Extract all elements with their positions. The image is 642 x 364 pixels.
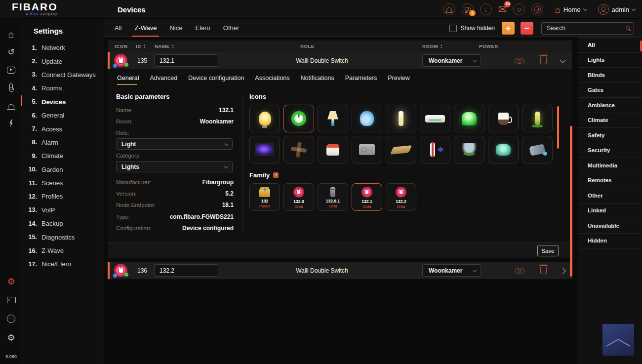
category-filter-item[interactable]: Gates bbox=[578, 83, 642, 98]
family-device-card[interactable]: 132.0 Child bbox=[283, 183, 314, 211]
delete-icon[interactable] bbox=[540, 267, 547, 274]
detail-tab[interactable]: Device configuration bbox=[188, 69, 244, 87]
toaster-icon[interactable] bbox=[318, 136, 348, 163]
settings-menu-item[interactable]: 4. Rooms bbox=[22, 81, 104, 95]
settings-menu-item[interactable]: 1. Network bbox=[22, 41, 104, 54]
users-icon[interactable]: 1 bbox=[462, 3, 474, 15]
energy-icon[interactable] bbox=[6, 119, 16, 128]
settings-menu-item[interactable]: 12. Profiles bbox=[22, 190, 104, 203]
settings-gear-icon[interactable]: ⚙ bbox=[6, 277, 16, 286]
robot-icon[interactable] bbox=[488, 136, 519, 163]
settings-menu-item[interactable]: 11. Scenes bbox=[22, 176, 104, 190]
device-tab[interactable]: Z-Wave bbox=[134, 19, 157, 37]
radio-icon[interactable] bbox=[352, 136, 382, 163]
help-icon[interactable]: ? bbox=[273, 172, 279, 178]
category-filter-item[interactable]: Remotes bbox=[578, 173, 642, 189]
coffee-maker-icon[interactable] bbox=[488, 105, 519, 132]
terminal-icon[interactable] bbox=[6, 295, 16, 305]
expand-row-icon[interactable] bbox=[560, 268, 566, 274]
detail-tab[interactable]: Associations bbox=[255, 69, 289, 87]
category-select[interactable]: Lights bbox=[116, 161, 233, 172]
media-icon[interactable] bbox=[6, 65, 16, 75]
category-filter-item[interactable]: Security bbox=[578, 143, 642, 159]
column-header-room[interactable]: ROOM bbox=[422, 40, 443, 52]
home-icon[interactable]: ⌂ bbox=[6, 30, 16, 39]
category-filter-item[interactable]: Other bbox=[578, 188, 642, 203]
family-device-card[interactable]: 132.1 Child bbox=[352, 183, 382, 211]
device-name-input[interactable] bbox=[154, 54, 218, 67]
category-filter-item[interactable]: Unavailable bbox=[578, 218, 642, 234]
family-device-card[interactable]: 132.0.1 Child bbox=[318, 183, 348, 211]
home-selector[interactable]: ⌂ Home bbox=[555, 5, 586, 14]
scroll-to-top-tile[interactable] bbox=[602, 324, 634, 356]
history-icon[interactable]: ↺ bbox=[6, 47, 16, 57]
tv-icon[interactable] bbox=[249, 136, 280, 163]
save-button[interactable]: Save bbox=[537, 245, 559, 256]
category-filter-item[interactable]: Linked bbox=[578, 203, 642, 219]
sidebar-scrollbar[interactable] bbox=[640, 40, 642, 51]
siren-icon[interactable] bbox=[454, 105, 484, 132]
settings-menu-item[interactable]: 13. VoIP bbox=[22, 203, 104, 217]
column-header-id[interactable]: ID bbox=[136, 40, 146, 52]
remove-device-button[interactable]: − bbox=[521, 22, 533, 35]
network-icon[interactable] bbox=[6, 314, 16, 324]
role-select[interactable]: Light bbox=[116, 138, 233, 150]
settings-menu-item[interactable]: 2. Update bbox=[22, 54, 104, 68]
user-menu[interactable]: admin bbox=[598, 4, 635, 15]
room-select[interactable]: Woonkamer bbox=[422, 54, 481, 67]
category-filter-item[interactable]: Multimedia bbox=[578, 158, 642, 173]
gauge-icon[interactable] bbox=[531, 3, 543, 15]
detail-tab[interactable]: Parameters bbox=[345, 69, 377, 87]
air-conditioner-icon[interactable] bbox=[420, 105, 450, 132]
wall-sconce-icon[interactable] bbox=[386, 105, 416, 132]
download-icon[interactable]: ↓ bbox=[480, 3, 492, 15]
settings-menu-item[interactable]: 15. Diagnostics bbox=[22, 230, 104, 243]
garden-lamp-icon[interactable] bbox=[522, 105, 553, 132]
alarm-siren-icon[interactable] bbox=[6, 101, 16, 110]
smiley-icon[interactable]: ☺ bbox=[513, 3, 525, 15]
settings-menu-item[interactable]: 6. General bbox=[22, 109, 104, 122]
settings-menu-item[interactable]: 5. Devices bbox=[22, 95, 104, 109]
alarm-bell-icon[interactable] bbox=[443, 3, 455, 15]
delete-icon[interactable] bbox=[540, 57, 547, 64]
device-tab[interactable]: Nice bbox=[169, 19, 182, 37]
collapse-row-icon[interactable] bbox=[560, 57, 566, 63]
device-name-input[interactable] bbox=[154, 264, 218, 277]
table-scrollbar[interactable] bbox=[570, 126, 572, 277]
detail-tab[interactable]: Notifications bbox=[301, 69, 334, 87]
settings-menu-item[interactable]: 10. Garden bbox=[22, 163, 104, 176]
messages-icon[interactable]: ✉ 54 bbox=[498, 4, 507, 14]
category-filter-item[interactable]: All bbox=[578, 38, 642, 53]
integrations-gear-icon[interactable]: ⚙ bbox=[6, 333, 16, 342]
device-row-136[interactable]: 136 Walli Double Switch Woonkamer bbox=[108, 262, 572, 279]
visibility-icon[interactable] bbox=[515, 58, 524, 64]
settings-menu-item[interactable]: 17. Nice/Elero bbox=[22, 257, 104, 271]
device-row-135[interactable]: 135 Walli Double Switch Woonkamer bbox=[108, 52, 572, 69]
category-filter-item[interactable]: Safety bbox=[578, 128, 642, 143]
category-filter-item[interactable]: Hidden bbox=[578, 234, 642, 249]
power-button-icon[interactable] bbox=[283, 105, 314, 132]
thermostat-icon[interactable] bbox=[420, 136, 450, 163]
sprinkler-icon[interactable] bbox=[454, 136, 484, 163]
settings-menu-item[interactable]: 7. Access bbox=[22, 122, 104, 135]
category-filter-item[interactable]: Blinds bbox=[578, 68, 642, 83]
category-filter-item[interactable]: Ambience bbox=[578, 98, 642, 113]
detail-tab[interactable]: Advanced bbox=[150, 69, 177, 87]
detail-tab[interactable]: General bbox=[117, 69, 139, 87]
icons-scrollbar[interactable] bbox=[557, 106, 559, 149]
detail-tab[interactable]: Preview bbox=[388, 69, 409, 87]
device-tab[interactable]: All bbox=[115, 19, 121, 37]
settings-menu-item[interactable]: 9. Climate bbox=[22, 149, 104, 162]
add-device-button[interactable]: + bbox=[502, 22, 515, 35]
family-device-card[interactable]: 132.2 Child bbox=[386, 183, 416, 211]
kettle-icon[interactable] bbox=[352, 105, 382, 132]
settings-menu-item[interactable]: 8. Alarm bbox=[22, 136, 104, 149]
settings-menu-item[interactable]: 14. Backup bbox=[22, 217, 104, 230]
climate-icon[interactable] bbox=[6, 83, 16, 92]
settings-menu-item[interactable]: 16. Z-Wave bbox=[22, 244, 104, 257]
category-filter-item[interactable]: Climate bbox=[578, 113, 642, 128]
family-device-card[interactable]: 132 Parent bbox=[249, 183, 280, 211]
water-valve-icon[interactable] bbox=[522, 136, 553, 163]
search-input[interactable] bbox=[541, 22, 634, 35]
ceiling-fan-icon[interactable] bbox=[283, 136, 314, 163]
